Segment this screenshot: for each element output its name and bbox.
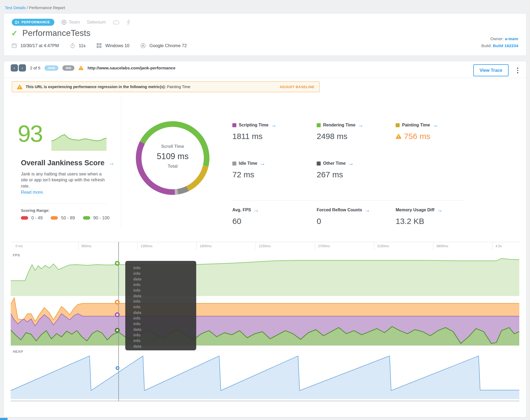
metric-label: Idle Time bbox=[239, 161, 257, 166]
metric-detail-arrow-icon[interactable]: → bbox=[365, 207, 370, 213]
metric-value: 756 ms bbox=[396, 132, 438, 141]
scoring-range-legend: 0 - 4950 - 8990 - 100 bbox=[21, 215, 109, 220]
cursor-marker-cpu bbox=[115, 328, 120, 333]
tick-label: 2700ms bbox=[318, 244, 330, 248]
badge-row: PERFORMANCE Team Selenium bbox=[12, 19, 130, 26]
page-url: http://www.saucelabs.com/jank-performanc… bbox=[88, 66, 175, 70]
build-link[interactable]: Build 162234 bbox=[493, 43, 518, 48]
jank-tag: JANK bbox=[44, 65, 59, 71]
metric-other-time: Other Time→267 ms bbox=[317, 160, 354, 179]
next-url-button[interactable]: › bbox=[19, 64, 26, 72]
metric-color-square bbox=[396, 123, 400, 127]
read-more-link[interactable]: Read more. bbox=[21, 190, 44, 195]
donut-segment-other-time bbox=[178, 189, 188, 192]
tick-separator bbox=[315, 242, 315, 250]
scoring-range-label: Scoring Range: bbox=[21, 208, 50, 213]
cpu-chart[interactable] bbox=[11, 294, 519, 346]
fps-chart[interactable] bbox=[11, 258, 519, 296]
more-options-button[interactable] bbox=[517, 68, 518, 73]
cloud-icon bbox=[113, 20, 120, 25]
banner-warning-icon bbox=[17, 84, 22, 89]
tooltip-row: data bbox=[133, 344, 196, 349]
performance-report-page: Test Details / Performance Report PERFOR… bbox=[0, 0, 530, 420]
tick-separator bbox=[374, 242, 374, 250]
stopwatch-icon bbox=[70, 43, 75, 48]
test-duration: 11s bbox=[79, 43, 85, 48]
owner-label: Owner: bbox=[490, 36, 505, 41]
tooltip-row: info bbox=[133, 338, 196, 344]
metric-detail-arrow-icon[interactable]: → bbox=[437, 207, 442, 213]
tick-label: 0 ms bbox=[16, 244, 23, 248]
range-label: 50 - 89 bbox=[61, 215, 75, 220]
prev-url-button[interactable]: ‹ bbox=[11, 64, 18, 72]
timeline-cursor[interactable] bbox=[118, 242, 119, 401]
metric-detail-arrow-icon[interactable]: → bbox=[260, 160, 265, 167]
metric-value: 267 ms bbox=[317, 170, 354, 179]
metric-rendering-time: Rendering Time→2498 ms bbox=[317, 122, 364, 141]
banner-bold-text: This URL is experiencing performance reg… bbox=[26, 85, 166, 89]
metric-avg-fps: Avg. FPS→60 bbox=[232, 207, 259, 226]
test-title-row: ✓ PerformanceTests bbox=[11, 28, 90, 38]
timeline-tooltip: infoinfodatainfoinfodatainfoinfodatainfo… bbox=[125, 261, 196, 350]
metric-label: Rendering Time bbox=[323, 123, 355, 128]
score-sparkline-chart bbox=[51, 133, 107, 151]
metric-warning-icon bbox=[396, 134, 402, 139]
adjust-baseline-button[interactable]: ADJUST BASELINE bbox=[280, 85, 315, 89]
performance-badge-icon bbox=[15, 21, 20, 24]
metric-detail-arrow-icon[interactable]: → bbox=[253, 207, 259, 213]
score-heading-row: Overall Jankiness Score → bbox=[21, 159, 114, 167]
metric-memory-usage-diff: Memory Usage Diff→13.2 KB bbox=[396, 207, 442, 226]
tooltip-row: info bbox=[133, 271, 196, 276]
score-detail-arrow-icon[interactable]: → bbox=[109, 160, 114, 166]
tooltip-row: info bbox=[133, 332, 196, 338]
heap-chart[interactable] bbox=[11, 354, 519, 399]
metric-detail-arrow-icon[interactable]: → bbox=[271, 122, 277, 128]
metric-detail-arrow-icon[interactable]: → bbox=[358, 122, 364, 128]
donut-total-value: 5109 ms bbox=[146, 152, 199, 161]
test-meta-row: 10/30/17 at 4:47PM 11s Windows 10 Google… bbox=[12, 43, 187, 48]
tick-label: 950ms bbox=[81, 244, 92, 248]
metric-label: Scripting Time bbox=[239, 123, 268, 128]
cloud-indicator bbox=[113, 20, 120, 25]
metric-value: 2498 ms bbox=[317, 132, 364, 141]
tooltip-row: data bbox=[133, 310, 196, 316]
panel-divider bbox=[121, 97, 121, 228]
tooltip-row: info bbox=[133, 316, 196, 321]
cursor-marker-cpu bbox=[115, 312, 120, 317]
performance-badge-label: PERFORMANCE bbox=[21, 20, 50, 24]
performance-badge: PERFORMANCE bbox=[12, 19, 54, 26]
metric-color-square bbox=[317, 162, 321, 166]
metric-idle-time: Idle Time→72 ms bbox=[232, 160, 265, 179]
metric-scripting-time: Scripting Time→1811 ms bbox=[232, 122, 277, 141]
tick-separator bbox=[196, 242, 197, 250]
url-pager: ‹ › bbox=[11, 64, 26, 72]
tooltip-row: data bbox=[133, 276, 196, 282]
range-pill bbox=[21, 216, 28, 220]
breadcrumb: Test Details / Performance Report bbox=[5, 5, 65, 10]
donut-top-label: Scroll Time bbox=[146, 144, 199, 149]
calendar-icon bbox=[12, 43, 17, 48]
metric-value: 13.2 KB bbox=[396, 217, 442, 226]
third-party-tag: 3RD bbox=[62, 65, 74, 71]
owner-link[interactable]: a-team bbox=[505, 36, 518, 41]
tick-separator bbox=[433, 242, 433, 250]
metric-label: Painting Time bbox=[402, 123, 430, 128]
metric-value: 60 bbox=[232, 217, 259, 226]
url-nav-row: ‹ › 2 of 5 JANK 3RD http://www.saucelabs… bbox=[11, 64, 175, 72]
banner-metric: Painting Time bbox=[167, 85, 190, 89]
range-item: 50 - 89 bbox=[51, 215, 75, 220]
tick-separator bbox=[137, 242, 138, 250]
regression-banner: This URL is experiencing performance reg… bbox=[12, 81, 320, 92]
metric-detail-arrow-icon[interactable]: → bbox=[348, 160, 354, 167]
metric-forced-reflow-counts: Forced Reflow Counts→0 bbox=[317, 207, 370, 226]
metric-label: Memory Usage Diff bbox=[396, 208, 434, 212]
range-item: 0 - 49 bbox=[21, 215, 43, 220]
metric-label: Other Time bbox=[323, 161, 346, 166]
breadcrumb-test-details-link[interactable]: Test Details bbox=[5, 5, 26, 10]
donut-segment-painting-time bbox=[188, 166, 206, 188]
metric-detail-arrow-icon[interactable]: → bbox=[433, 122, 438, 128]
range-pill bbox=[51, 216, 58, 220]
cursor-marker-heap bbox=[116, 366, 119, 370]
lightning-icon bbox=[127, 19, 130, 25]
view-trace-button[interactable]: View Trace bbox=[473, 64, 509, 76]
